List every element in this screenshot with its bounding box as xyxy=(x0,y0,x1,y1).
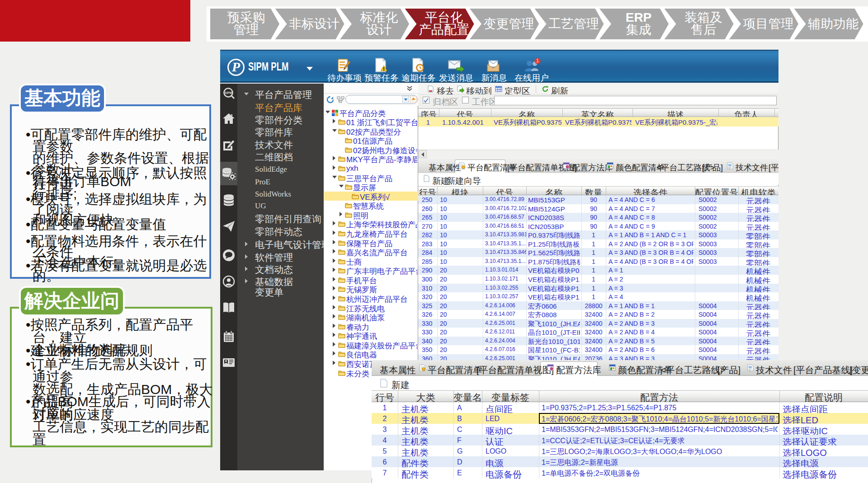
svg-text:SIPM: SIPM xyxy=(225,91,232,94)
svg-text:1: 1 xyxy=(536,58,539,63)
